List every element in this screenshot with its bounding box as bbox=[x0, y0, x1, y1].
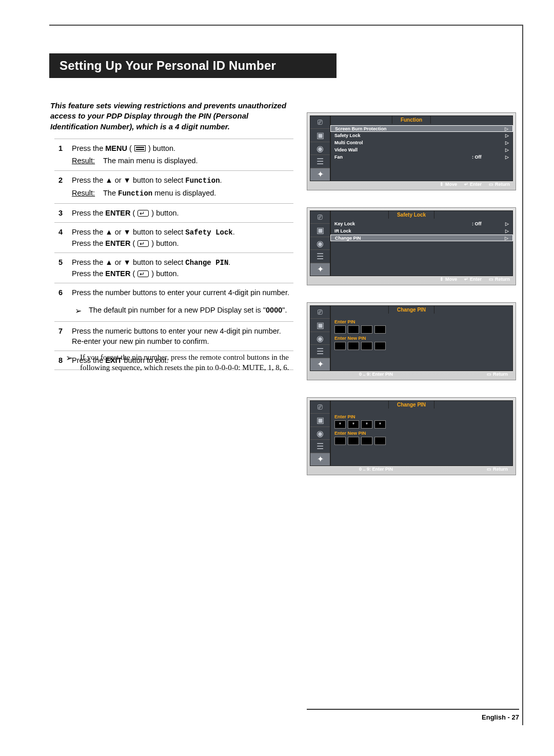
sidebar-icon-setup: ☰ bbox=[310, 345, 330, 358]
page-border-top bbox=[49, 25, 523, 26]
menu-icon bbox=[134, 145, 146, 151]
pin-box: * bbox=[361, 420, 372, 429]
step-num: 6 bbox=[54, 287, 63, 298]
sidebar-icon-picture: ▣ bbox=[310, 414, 330, 427]
pin-box bbox=[334, 325, 346, 334]
step-body: Press the number buttons to enter your c… bbox=[72, 287, 293, 298]
osd-item: Video Wall▷ bbox=[330, 146, 513, 153]
step-num: 8 bbox=[54, 355, 63, 365]
step-7: 7 Press the numeric buttons to enter you… bbox=[54, 321, 293, 351]
pin-box bbox=[374, 325, 386, 334]
step-body: Press the numeric buttons to enter your … bbox=[72, 326, 293, 347]
forget-note: ➢ If you forget the pin number, press th… bbox=[66, 352, 298, 373]
osd-title: Change PIN bbox=[388, 305, 434, 314]
osd-change-pin-filled: ⎚ ▣ ◉ ☰ ✦ Change PIN Enter PIN * * * * E… bbox=[307, 397, 516, 475]
enter-icon bbox=[137, 210, 149, 217]
step-num: 4 bbox=[54, 227, 63, 248]
sidebar-icon-picture: ▣ bbox=[310, 129, 330, 142]
page-number: English - 27 bbox=[482, 713, 519, 721]
step-num: 3 bbox=[54, 208, 63, 218]
sidebar-icon-function: ✦ bbox=[310, 453, 330, 466]
step-5: 5 Press the ▲ or ▼ button to select Chan… bbox=[54, 253, 293, 283]
osd-sidebar: ⎚ ▣ ◉ ☰ ✦ bbox=[310, 115, 330, 181]
pin-box bbox=[348, 325, 359, 334]
step-num: 2 bbox=[54, 175, 63, 199]
enter-pin-label: Enter PIN bbox=[334, 319, 513, 324]
step-num: 5 bbox=[54, 257, 63, 279]
osd-body: Enter PIN Enter New PIN bbox=[330, 314, 513, 371]
step-body: Press the ENTER ( ) button. bbox=[72, 208, 293, 218]
osd-title: Change PIN bbox=[388, 400, 434, 409]
step-3: 3 Press the ENTER ( ) button. bbox=[54, 203, 293, 222]
step-4: 4 Press the ▲ or ▼ button to select Safe… bbox=[54, 222, 293, 253]
osd-list: Key Lock: Off▷ IR Lock▷ Change PIN▷ bbox=[330, 219, 513, 276]
sidebar-icon-sound: ◉ bbox=[310, 332, 330, 345]
sidebar-icon-input: ⎚ bbox=[310, 306, 330, 319]
sidebar-icon-picture: ▣ bbox=[310, 224, 330, 237]
step-body: Press the MENU ( ) button. Result: The m… bbox=[72, 143, 293, 166]
pin-box: * bbox=[334, 420, 346, 429]
step-body: Press the ▲ or ▼ button to select Safety… bbox=[72, 227, 293, 248]
osd-change-pin-empty: ⎚ ▣ ◉ ☰ ✦ Change PIN Enter PIN Enter New… bbox=[307, 302, 516, 380]
pin-box bbox=[334, 437, 346, 445]
pin-row: * * * * bbox=[334, 420, 513, 429]
note-arrow-icon: ➢ bbox=[75, 305, 82, 317]
sidebar-icon-function: ✦ bbox=[310, 168, 330, 181]
osd-safety-lock-menu: ⎚ ▣ ◉ ☰ ✦ Safety Lock Key Lock: Off▷ IR … bbox=[307, 207, 516, 285]
step-1: 1 Press the MENU ( ) button. Result: The… bbox=[54, 139, 293, 170]
pin-row bbox=[334, 437, 513, 445]
osd-footer: 0 .. 9: Enter PIN ▭ Return bbox=[330, 371, 513, 377]
step-num: 7 bbox=[54, 326, 63, 347]
osd-item: Multi Control▷ bbox=[330, 139, 513, 146]
sidebar-icon-setup: ☰ bbox=[310, 155, 330, 168]
sidebar-icon-sound: ◉ bbox=[310, 142, 330, 155]
osd-sidebar: ⎚ ▣ ◉ ☰ ✦ bbox=[310, 210, 330, 276]
step-2: 2 Press the ▲ or ▼ button to select Func… bbox=[54, 170, 293, 203]
new-pin-label: Enter New PIN bbox=[334, 336, 513, 341]
pin-box bbox=[361, 437, 372, 445]
pin-box bbox=[334, 342, 346, 350]
osd-item: IR Lock▷ bbox=[330, 227, 513, 235]
sidebar-icon-input: ⎚ bbox=[310, 116, 330, 129]
pin-box bbox=[374, 342, 386, 350]
pin-box bbox=[361, 342, 372, 350]
sidebar-icon-sound: ◉ bbox=[310, 427, 330, 440]
step-body: Press the ▲ or ▼ button to select Functi… bbox=[72, 175, 293, 199]
pin-box bbox=[348, 437, 359, 445]
osd-title: Function bbox=[392, 115, 431, 124]
osd-title: Safety Lock bbox=[388, 210, 434, 219]
page-title: Setting Up Your Personal ID Number bbox=[60, 59, 276, 73]
step-6: 6 Press the number buttons to enter your… bbox=[54, 283, 293, 302]
osd-footer: ⇕ Move ↵ Enter ▭ Return bbox=[330, 276, 513, 282]
steps-list: 1 Press the MENU ( ) button. Result: The… bbox=[54, 139, 293, 370]
intro-text: This feature sets viewing restrictions a… bbox=[50, 101, 293, 132]
osd-sidebar: ⎚ ▣ ◉ ☰ ✦ bbox=[310, 305, 330, 371]
enter-pin-label: Enter PIN bbox=[334, 414, 513, 419]
enter-icon bbox=[137, 270, 149, 277]
title-box: Setting Up Your Personal ID Number bbox=[49, 53, 337, 78]
pin-box bbox=[361, 325, 372, 334]
osd-item: Screen Burn Protection▷ bbox=[330, 125, 513, 132]
sidebar-icon-sound: ◉ bbox=[310, 237, 330, 250]
osd-function-menu: ⎚ ▣ ◉ ☰ ✦ Function Screen Burn Protectio… bbox=[307, 112, 516, 190]
step-num: 1 bbox=[54, 143, 63, 166]
osd-sidebar: ⎚ ▣ ◉ ☰ ✦ bbox=[310, 400, 330, 466]
sidebar-icon-setup: ☰ bbox=[310, 440, 330, 453]
pin-box bbox=[374, 437, 386, 445]
pin-row bbox=[334, 325, 513, 334]
sidebar-icon-picture: ▣ bbox=[310, 319, 330, 332]
osd-item: Key Lock: Off▷ bbox=[330, 220, 513, 227]
pin-box: * bbox=[348, 420, 359, 429]
new-pin-label: Enter New PIN bbox=[334, 431, 513, 436]
osd-footer: 0 .. 9: Enter PIN ▭ Return bbox=[330, 466, 513, 472]
pin-box: * bbox=[374, 420, 386, 429]
osd-item: Fan: Off▷ bbox=[330, 153, 513, 161]
note-arrow-icon: ➢ bbox=[66, 353, 73, 364]
step-body: Press the ▲ or ▼ button to select Change… bbox=[72, 257, 293, 279]
osd-footer: ⇕ Move ↵ Enter ▭ Return bbox=[330, 181, 513, 187]
pin-box bbox=[348, 342, 359, 350]
osd-item: Safety Lock▷ bbox=[330, 132, 513, 139]
sidebar-icon-input: ⎚ bbox=[310, 401, 330, 414]
sidebar-icon-input: ⎚ bbox=[310, 211, 330, 224]
step-6-note: ➢ The default pin number for a new PDP D… bbox=[54, 302, 293, 321]
